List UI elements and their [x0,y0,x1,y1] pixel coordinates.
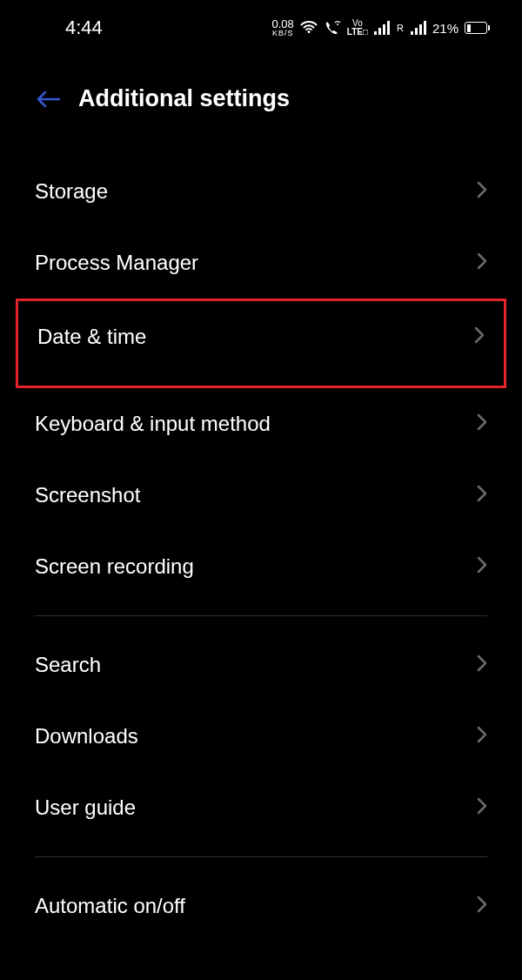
settings-item-downloads[interactable]: Downloads [0,701,522,772]
page-header: Additional settings [0,52,522,130]
settings-item-keyboard[interactable]: Keyboard & input method [0,388,522,460]
settings-item-screenshot[interactable]: Screenshot [0,460,522,531]
settings-label: Process Manager [35,251,198,275]
status-bar: 4:44 0.08 KB/S Vo LTE□ [0,0,522,52]
chevron-right-icon [477,654,487,675]
wifi-icon [300,21,318,35]
volte-icon: Vo LTE□ [347,19,368,37]
back-arrow-icon[interactable] [35,89,61,110]
status-time: 4:44 [65,17,103,39]
highlight-annotation: Date & time [16,299,506,388]
chevron-right-icon [477,726,487,747]
roaming-indicator: R [397,23,404,33]
settings-item-search[interactable]: Search [0,629,522,701]
settings-label: User guide [35,795,136,820]
settings-item-storage[interactable]: Storage [0,156,522,227]
chevron-right-icon [477,896,487,916]
page-title: Additional settings [78,85,290,112]
chevron-right-icon [477,181,487,202]
svg-point-0 [337,23,338,25]
chevron-right-icon [477,556,487,577]
settings-item-user-guide[interactable]: User guide [0,772,522,843]
signal-bars-1 [374,21,390,35]
settings-item-date-time[interactable]: Date & time [18,301,504,386]
settings-label: Screenshot [35,483,140,507]
settings-label: Keyboard & input method [35,412,271,436]
settings-label: Downloads [35,724,138,748]
status-indicators: 0.08 KB/S Vo LTE□ [272,18,487,37]
divider [35,856,487,857]
settings-item-process-manager[interactable]: Process Manager [0,227,522,299]
chevron-right-icon [474,326,485,347]
settings-item-automatic-on-off[interactable]: Automatic on/off [0,870,522,942]
settings-label: Search [35,653,101,677]
settings-item-screen-recording[interactable]: Screen recording [0,531,522,602]
chevron-right-icon [477,413,487,434]
settings-label: Automatic on/off [35,894,185,918]
divider [35,615,487,616]
battery-icon [465,22,487,34]
signal-bars-2 [411,21,426,35]
chevron-right-icon [477,252,487,273]
settings-label: Screen recording [35,554,194,579]
battery-percentage: 21% [432,21,458,36]
settings-label: Date & time [37,325,146,349]
chevron-right-icon [477,797,487,818]
wifi-calling-icon [324,21,341,35]
settings-list: Storage Process Manager Date & time Keyb… [0,130,522,942]
settings-label: Storage [35,179,108,204]
data-rate-indicator: 0.08 KB/S [272,18,294,37]
chevron-right-icon [477,485,487,506]
